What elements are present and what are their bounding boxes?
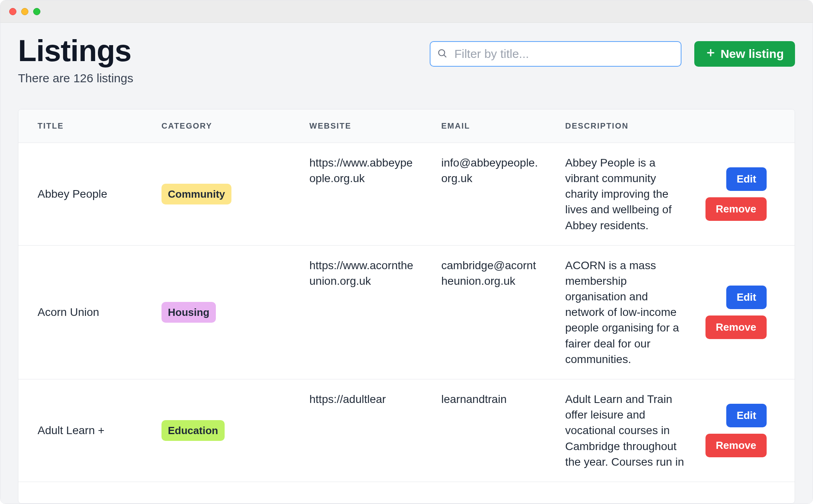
plus-icon (705, 47, 716, 61)
col-header-description: DESCRIPTION (546, 109, 694, 143)
table-row: Acorn UnionHousinghttps://www.acorntheun… (18, 246, 795, 379)
col-header-email: EMAIL (422, 109, 546, 143)
category-badge: Education (161, 420, 225, 441)
remove-button[interactable]: Remove (705, 434, 767, 457)
cell-title: Abbey People (18, 143, 142, 245)
cell-website: https://www.acorntheunion.org.uk (290, 246, 422, 379)
new-listing-button[interactable]: New listing (694, 41, 795, 67)
page-title: Listings (18, 35, 134, 67)
cell-description: Abbey People is a vibrant community char… (546, 143, 694, 245)
cell-email: learnandtrain (422, 379, 546, 482)
cell-category: Education (142, 379, 290, 482)
cell-category: Housing (142, 246, 290, 379)
svg-point-0 (438, 50, 444, 56)
cell-email: info@abbeypeople.org.uk (422, 143, 546, 245)
table-row: Adult Learn + Educationhttps://adultlear… (18, 379, 795, 482)
col-header-website: WEBSITE (290, 109, 422, 143)
page-heading-block: Listings There are 126 listings (18, 35, 134, 85)
cell-email: cambridge@acorntheunion.org.uk (422, 246, 546, 379)
new-listing-label: New listing (721, 47, 784, 61)
cell-actions: EditRemove (694, 143, 786, 245)
page-subtitle: There are 126 listings (18, 71, 134, 85)
cell-website: https://adultlear (290, 379, 422, 482)
remove-button[interactable]: Remove (705, 197, 767, 221)
app-window: Listings There are 126 listings New list… (0, 0, 813, 504)
cell-actions: EditRemove (694, 379, 786, 482)
page-content: Listings There are 126 listings New list… (0, 23, 813, 504)
search-input[interactable] (430, 41, 681, 67)
category-badge: Housing (161, 302, 216, 323)
table-body: Abbey PeopleCommunityhttps://www.abbeype… (18, 143, 795, 482)
cell-title: Adult Learn + (18, 379, 142, 482)
cell-category: Community (142, 143, 290, 245)
cell-website: https://www.abbeypeople.org.uk (290, 143, 422, 245)
window-close-button[interactable] (9, 8, 16, 15)
col-header-title: TITLE (18, 109, 142, 143)
cell-actions: EditRemove (694, 246, 786, 379)
edit-button[interactable]: Edit (726, 404, 767, 427)
listings-table: TITLE CATEGORY WEBSITE EMAIL DESCRIPTION… (18, 109, 795, 504)
cell-title: Acorn Union (18, 246, 142, 379)
col-header-category: CATEGORY (142, 109, 290, 143)
window-titlebar (0, 0, 813, 23)
edit-button[interactable]: Edit (726, 286, 767, 309)
svg-line-1 (444, 55, 446, 57)
cell-description: Adult Learn and Train offer leisure and … (546, 379, 694, 482)
col-header-actions (694, 109, 786, 143)
window-maximize-button[interactable] (33, 8, 40, 15)
search-icon (437, 48, 447, 60)
table-header-row: TITLE CATEGORY WEBSITE EMAIL DESCRIPTION (18, 109, 795, 143)
header-actions: New listing (430, 41, 795, 67)
table-row: Abbey PeopleCommunityhttps://www.abbeype… (18, 143, 795, 246)
window-minimize-button[interactable] (21, 8, 28, 15)
edit-button[interactable]: Edit (726, 167, 767, 191)
page-header: Listings There are 126 listings New list… (18, 35, 795, 85)
cell-description: ACORN is a mass membership organisation … (546, 246, 694, 379)
remove-button[interactable]: Remove (705, 315, 767, 339)
category-badge: Community (161, 184, 231, 204)
search-field-wrap (430, 41, 681, 67)
